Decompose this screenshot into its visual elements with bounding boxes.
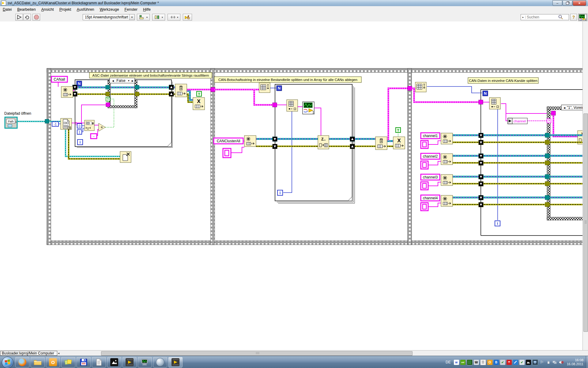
- menu-datei[interactable]: Datei: [0, 7, 14, 12]
- true-constant-2[interactable]: [396, 128, 401, 132]
- case1-dropdown-icon[interactable]: ▾: [128, 79, 130, 82]
- vi-icon-pane[interactable]: 2: [578, 13, 587, 21]
- loop1-count-terminal[interactable]: [77, 81, 82, 86]
- loop3-count-terminal[interactable]: [483, 91, 488, 96]
- channel2-label[interactable]: channel2: [421, 153, 440, 159]
- cleanup-diagram-button[interactable]: [183, 14, 192, 21]
- dash-string-constant[interactable]: –: [91, 134, 97, 139]
- initialize-array-node-1[interactable]: [61, 86, 73, 98]
- abort-button[interactable]: [32, 14, 40, 21]
- frame1-for-loop[interactable]: [73, 80, 174, 148]
- channel3-empty-string[interactable]: [421, 182, 428, 190]
- search-grip-icon[interactable]: ▸: [521, 16, 526, 19]
- tray-volume-muted-icon[interactable]: [559, 360, 564, 365]
- tray-flag-icon[interactable]: ⚐: [539, 360, 545, 365]
- taskbar-labview-active[interactable]: [168, 357, 183, 367]
- index-array-node-3[interactable]: [489, 98, 500, 109]
- one-constant[interactable]: 1: [77, 130, 82, 134]
- tray-power-icon[interactable]: [546, 360, 551, 365]
- subvi-node[interactable]: 1: [303, 102, 314, 114]
- menu-fenster[interactable]: Fenster: [122, 7, 140, 12]
- search-icon[interactable]: [558, 15, 564, 20]
- channel4-label[interactable]: channel4: [421, 195, 440, 201]
- dateipfad-control[interactable]: Dateipfad öffnen Path: [4, 111, 31, 128]
- font-dropdown-icon[interactable]: ▼: [129, 14, 134, 20]
- true-constant-1[interactable]: [197, 91, 202, 96]
- frame2-comment[interactable]: CAN-Botschaftsstring in einzelne Bestand…: [214, 77, 361, 82]
- channel2-empty-string[interactable]: [421, 161, 428, 169]
- tray-wrench-icon[interactable]: [513, 360, 518, 365]
- tray-office-icon[interactable]: O: [487, 360, 492, 365]
- vertical-scrollbar[interactable]: [582, 21, 588, 350]
- array-size-node-2[interactable]: [259, 83, 270, 93]
- collapse-icon[interactable]: ◂: [58, 351, 59, 355]
- channel1-empty-string[interactable]: [421, 140, 428, 148]
- case1-selector[interactable]: ◄ False ▾ ►: [110, 78, 135, 83]
- tray-network-icon[interactable]: [552, 360, 557, 365]
- case1-prev-icon[interactable]: ◄: [111, 79, 115, 82]
- multiply-array-node-2[interactable]: [393, 137, 405, 149]
- font-selector[interactable]: 15pt Anwendungsschriftart ▼: [83, 14, 135, 20]
- initialize-array-channel1[interactable]: [441, 133, 453, 144]
- show-desktop-button[interactable]: [586, 356, 588, 368]
- loop3-iteration-terminal[interactable]: [495, 221, 500, 226]
- channel3-label[interactable]: channel3: [421, 174, 440, 180]
- tray-monitor-icon[interactable]: [532, 359, 538, 365]
- frame1-comment[interactable]: ASC-Datei zeilenweise einlesen und botsc…: [89, 72, 212, 78]
- run-button[interactable]: [15, 14, 23, 21]
- taskbar-outlook[interactable]: O: [46, 357, 60, 367]
- close-button[interactable]: ×: [573, 0, 586, 6]
- case1-next-icon[interactable]: ►: [131, 79, 134, 82]
- taskbar-orb-app[interactable]: [153, 357, 167, 367]
- taskbar-labview[interactable]: [123, 357, 137, 367]
- channel-local-variable[interactable]: channel: [508, 118, 527, 124]
- channel4-empty-string[interactable]: [421, 203, 428, 211]
- tray-wave-icon[interactable]: w: [454, 360, 459, 365]
- align-objects-button[interactable]: ▾: [137, 14, 150, 21]
- canclusterall-label[interactable]: CANClusterAll: [214, 138, 243, 144]
- empty-string-constant-2[interactable]: [223, 148, 231, 158]
- distribute-objects-button[interactable]: ▾: [152, 14, 165, 21]
- taskbar-explorer[interactable]: [31, 357, 45, 367]
- read-text-file-node[interactable]: [61, 118, 72, 129]
- taskbar-clock[interactable]: 16:08 16.08.2011: [567, 358, 583, 366]
- tray-document-icon[interactable]: [480, 359, 486, 365]
- run-continuous-button[interactable]: [23, 14, 31, 21]
- taskbar-save[interactable]: [77, 357, 91, 367]
- tray-bluetooth-icon[interactable]: B: [494, 360, 499, 365]
- loop1-iteration-terminal[interactable]: [77, 140, 83, 145]
- menu-ansicht[interactable]: Ansicht: [39, 7, 57, 12]
- execution-target-box[interactable]: Busloader.lvproj/Mein Computer: [0, 351, 57, 356]
- equals-node[interactable]: =: [99, 123, 105, 131]
- loop2-count-terminal[interactable]: [277, 86, 282, 91]
- menu-ausfuehren[interactable]: Ausführen: [74, 7, 97, 12]
- channel1-label[interactable]: channel1: [421, 133, 440, 139]
- initialize-array-channel3[interactable]: [441, 174, 453, 186]
- taskbar-document[interactable]: [92, 357, 106, 367]
- start-button[interactable]: [2, 357, 13, 368]
- case3-prev-icon[interactable]: ◄: [563, 106, 566, 109]
- tray-photo-icon[interactable]: [526, 360, 531, 365]
- minimize-button[interactable]: –: [552, 0, 562, 6]
- horizontal-scrollbar-thumb[interactable]: [101, 351, 413, 356]
- taskbar-photoviewer[interactable]: [107, 357, 121, 367]
- menu-werkzeuge[interactable]: Werkzeuge: [97, 7, 122, 12]
- restore-button[interactable]: [563, 0, 572, 6]
- delete-from-array-node-2[interactable]: [375, 137, 387, 150]
- resize-objects-button[interactable]: ▾: [168, 14, 180, 21]
- menu-hilfe[interactable]: Hilfe: [140, 7, 153, 12]
- frame1-case-structure[interactable]: ◄ False ▾ ► ?: [106, 78, 139, 108]
- vertical-scrollbar-thumb[interactable]: [583, 113, 588, 332]
- tray-avira-icon[interactable]: ☂: [507, 360, 512, 365]
- close-file-node[interactable]: [120, 151, 131, 163]
- menu-projekt[interactable]: Projekt: [57, 7, 74, 12]
- taskbar-firefox[interactable]: [15, 357, 29, 367]
- string-subset-node[interactable]: [85, 120, 94, 131]
- initialize-array-channel4[interactable]: [441, 195, 453, 206]
- tray-grid-icon[interactable]: [467, 359, 473, 365]
- taskbar-notes[interactable]: [61, 357, 75, 367]
- initialize-array-channel2[interactable]: [441, 154, 453, 165]
- sort-array-node-2[interactable]: [318, 136, 329, 149]
- tray-printer-icon[interactable]: ✔: [519, 360, 525, 365]
- multiply-array-node-1[interactable]: [193, 98, 205, 110]
